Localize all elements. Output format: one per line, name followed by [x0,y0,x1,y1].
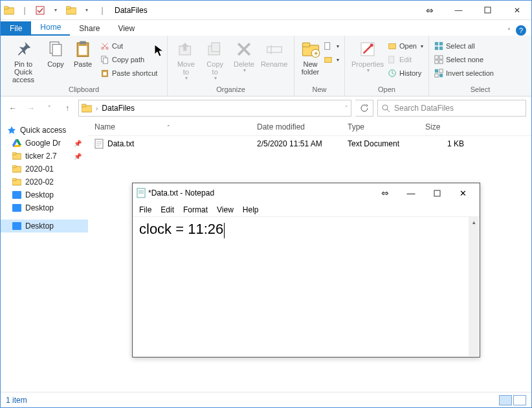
svg-rect-43 [435,74,438,77]
star-icon [7,126,16,135]
text-cursor [224,223,225,238]
close-button[interactable]: ✕ [502,1,531,19]
svg-rect-57 [12,222,21,230]
maximize-button[interactable] [473,1,502,19]
titlebar: | ▾ ▾ | DataFiles ⇔ — ✕ [1,1,531,20]
view-details-button[interactable] [499,395,512,405]
properties-button[interactable]: Properties▾ [349,38,386,74]
notepad-minimize-button[interactable]: — [398,184,424,202]
group-label-clipboard: Clipboard [5,85,163,95]
desktop-icon [12,222,21,230]
qat-dropdown-icon[interactable]: ▾ [81,5,93,16]
help-icon[interactable]: ? [516,25,526,36]
sidebar-item[interactable]: 2020-02 [1,176,88,188]
text-file-icon [94,139,104,149]
notepad-menu: File Edit Format View Help [133,203,480,217]
folder-icon [82,104,92,113]
svg-rect-27 [325,58,332,63]
sidebar-item[interactable]: Google Dr📌 [1,137,88,150]
tab-home[interactable]: Home [31,20,70,36]
pin-icon: 📌 [74,153,82,160]
svg-rect-19 [212,43,220,52]
notepad-scrollbar[interactable]: ▴ [469,217,479,356]
sidebar-item[interactable]: ticker 2.7📌 [1,150,88,163]
collapse-ribbon-icon[interactable]: ˄ [507,27,511,34]
column-headers[interactable]: Name˄ Date modified Type Size [88,120,531,136]
up-button[interactable]: ↑ [60,101,74,115]
history-button[interactable]: History [386,67,425,80]
back-button[interactable]: ← [6,101,20,115]
sidebar-item[interactable]: Desktop [1,188,88,201]
notepad-textarea[interactable]: clock = 11:26 [133,217,480,242]
svg-rect-34 [439,42,443,45]
search-input[interactable]: Search DataFiles [377,100,526,117]
notepad-menu-format[interactable]: Format [183,205,208,214]
notepad-close-button[interactable]: ✕ [450,184,476,202]
new-item-button[interactable]: ▾ [322,40,340,52]
notepad-menu-help[interactable]: Help [243,205,259,214]
ribbon-tabs: File Home Share View ˄ ? [1,20,531,36]
new-folder-button[interactable]: ✦ New folder [298,38,322,76]
file-row[interactable]: Data.txt 2/5/2020 11:51 AM Text Document… [88,136,531,152]
minimize-button[interactable]: — [444,1,473,19]
svg-rect-1 [4,6,8,9]
pin-quick-access-button[interactable]: Pin to Quick access [5,38,42,84]
svg-rect-38 [439,56,443,59]
svg-rect-54 [12,178,16,181]
select-none-button[interactable]: Select none [433,53,495,66]
refresh-button[interactable] [355,100,373,117]
notepad-menu-file[interactable]: File [139,205,151,214]
invert-selection-button[interactable]: Invert selection [433,67,495,80]
sidebar-quick-access[interactable]: Quick access [1,124,88,137]
tab-view[interactable]: View [109,21,144,36]
notepad-menu-view[interactable]: View [217,205,234,214]
svg-rect-31 [389,56,394,63]
sort-indicator-icon: ˄ [167,124,170,131]
select-all-button[interactable]: Select all [433,40,495,52]
tab-share[interactable]: Share [70,21,109,36]
unknown-glyph-icon[interactable]: ⇔ [372,184,398,202]
recent-dropdown[interactable]: ˅ [42,101,56,115]
forward-button[interactable]: → [24,101,38,115]
address-dropdown-icon[interactable]: ˅ [345,105,348,111]
notepad-titlebar[interactable]: *Data.txt - Notepad ⇔ — ✕ [133,183,480,203]
tab-file[interactable]: File [1,21,31,36]
status-bar: 1 item [1,392,531,407]
unknown-glyph-icon[interactable]: ⇔ [415,1,444,19]
paste-button[interactable]: Paste [69,38,96,68]
rename-button[interactable]: Rename [258,38,290,68]
move-to-button[interactable]: Move to▾ [172,38,201,82]
breadcrumb[interactable]: DataFiles [102,104,135,113]
svg-rect-52 [12,165,16,168]
group-label-new: New [298,85,340,95]
svg-rect-7 [52,45,61,56]
sidebar-item[interactable]: 2020-01 [1,163,88,176]
edit-button[interactable]: Edit [386,53,425,66]
qat-dropdown-icon[interactable]: ▾ [50,5,61,16]
svg-rect-55 [12,191,21,199]
copy-to-button[interactable]: Copy to▾ [201,38,230,82]
sidebar-item[interactable]: Desktop [1,201,88,214]
qat-separator: | [96,5,108,16]
cut-button[interactable]: Cut [99,40,159,52]
address-bar[interactable]: › DataFiles ˅ [78,100,351,117]
svg-rect-2 [36,6,44,14]
qat-checkbox-icon[interactable] [34,5,46,16]
svg-rect-23 [302,43,309,47]
copy-path-button[interactable]: Copy path [99,53,159,66]
view-large-button[interactable] [513,395,526,405]
open-button[interactable]: Open▾ [386,40,425,52]
paste-shortcut-button[interactable]: Paste shortcut [99,67,159,80]
easy-access-button[interactable]: ▾ [322,53,340,66]
notepad-maximize-button[interactable] [424,184,450,202]
folder-icon [65,5,77,16]
qat-separator: | [19,5,30,16]
sidebar-item-desktop-selected[interactable]: Desktop [1,220,88,232]
delete-button[interactable]: Delete▾ [230,38,259,74]
folder-icon [3,5,15,16]
pin-icon: 📌 [74,140,82,147]
copy-button[interactable]: Copy [42,38,69,68]
svg-rect-10 [79,46,87,55]
notepad-menu-edit[interactable]: Edit [161,205,174,214]
status-item-count: 1 item [6,396,27,405]
